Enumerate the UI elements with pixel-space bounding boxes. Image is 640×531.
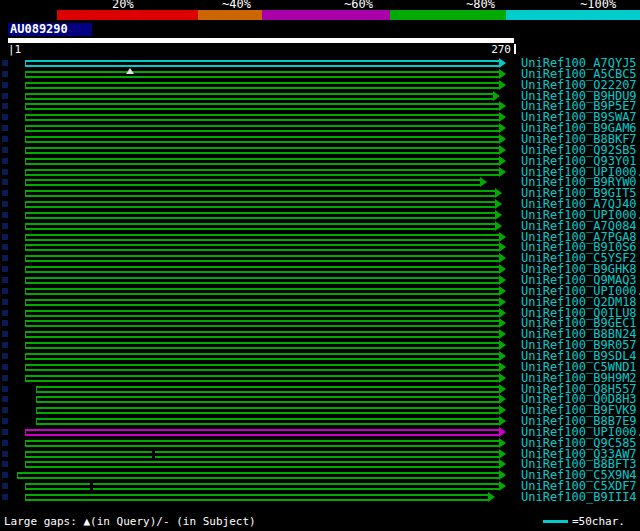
hit-bar-arrowhead-icon	[499, 318, 506, 328]
hit-bar-arrowhead-icon	[499, 308, 506, 318]
row-index-mark	[2, 386, 8, 392]
row-index-mark	[2, 429, 8, 435]
hit-bar-arrowhead-icon	[499, 394, 506, 404]
hit-bar[interactable]	[25, 93, 493, 100]
hit-bar-arrowhead-icon	[499, 80, 506, 90]
scale-key-labels: 20%~40%~60%~80%~100%	[0, 0, 640, 10]
scale-line-icon	[543, 520, 568, 523]
hit-bar-arrowhead-icon	[499, 145, 506, 155]
hit-bar[interactable]	[25, 451, 499, 458]
hit-bar[interactable]	[25, 103, 499, 110]
row-index-mark	[2, 461, 8, 467]
hit-bar-arrowhead-icon	[499, 438, 506, 448]
hit-bar-arrowhead-icon	[495, 210, 502, 220]
hit-bar[interactable]	[25, 342, 499, 349]
row-index-mark	[2, 375, 8, 381]
hit-bar[interactable]	[25, 255, 499, 262]
scale-key-label: ~80%	[466, 0, 495, 10]
hit-bar[interactable]	[25, 288, 499, 295]
hit-bar-arrowhead-icon	[499, 362, 506, 372]
hit-bar[interactable]	[25, 223, 495, 230]
row-index-mark	[2, 255, 8, 261]
hit-bar[interactable]	[25, 353, 499, 360]
hit-bar[interactable]	[36, 386, 499, 393]
hit-bar[interactable]	[36, 407, 499, 414]
hit-bar[interactable]	[36, 396, 499, 403]
row-index-mark	[2, 342, 8, 348]
hit-bar[interactable]	[25, 461, 499, 468]
hit-bar-arrowhead-icon	[493, 91, 500, 101]
row-index-mark	[2, 277, 8, 283]
hit-bar-arrowhead-icon	[499, 373, 506, 383]
query-name[interactable]: AU089290	[8, 23, 92, 36]
hit-bar[interactable]	[25, 82, 499, 89]
hit-bar[interactable]	[25, 277, 499, 284]
hit-bar-arrowhead-icon	[499, 405, 506, 415]
hit-bar-arrowhead-icon	[499, 134, 506, 144]
scale-key-segment	[198, 10, 262, 20]
row-index-mark	[2, 299, 8, 305]
hit-bar[interactable]	[25, 331, 499, 338]
alignment-rows: UniRef100_A7QYJ5UniRef100_A5CBC5UniRef10…	[0, 58, 640, 508]
scale-key-label: ~60%	[344, 0, 373, 10]
hit-bar[interactable]	[25, 483, 499, 490]
row-index-mark	[2, 93, 8, 99]
hit-bar-arrowhead-icon	[499, 470, 506, 480]
hit-bar[interactable]	[25, 125, 499, 132]
hit-bar[interactable]	[25, 375, 499, 382]
hit-bar[interactable]	[25, 71, 499, 78]
hit-bar[interactable]	[25, 212, 495, 219]
alignment-overview-screen: 20%~40%~60%~80%~100% AU089290 |1 270 Uni…	[0, 0, 640, 531]
hit-bar[interactable]	[25, 147, 499, 154]
hit-bar[interactable]	[25, 310, 499, 317]
scale-key-segment	[390, 10, 506, 20]
query-gap-marker-icon	[126, 68, 134, 74]
hit-bar[interactable]	[25, 179, 480, 186]
hit-bar-arrowhead-icon	[499, 286, 506, 296]
hit-bar[interactable]	[25, 114, 499, 121]
hit-bar-arrowhead-icon	[499, 459, 506, 469]
hit-bar[interactable]	[25, 158, 499, 165]
row-index-mark	[2, 451, 8, 457]
hit-bar-arrowhead-icon	[499, 112, 506, 122]
row-index-mark	[2, 418, 8, 424]
hit-bar-arrowhead-icon	[499, 329, 506, 339]
row-index-mark	[2, 244, 8, 250]
hit-bar-arrowhead-icon	[499, 264, 506, 274]
scale-key-segment	[0, 10, 57, 20]
hit-bar[interactable]	[25, 494, 488, 501]
hit-bar[interactable]	[25, 266, 499, 273]
hit-bar[interactable]	[25, 299, 499, 306]
row-index-mark	[2, 190, 8, 196]
query-ruler-bar	[8, 38, 514, 43]
hit-bar[interactable]	[25, 244, 499, 251]
hit-bar[interactable]	[25, 440, 499, 447]
hit-bar[interactable]	[25, 234, 499, 241]
hit-bar-arrowhead-icon	[499, 253, 506, 263]
hit-bar-arrowhead-icon	[499, 58, 506, 68]
hit-bar[interactable]	[25, 429, 499, 436]
hit-bar[interactable]	[25, 201, 495, 208]
hit-bar[interactable]	[25, 320, 499, 327]
scale-unit-label: =50char.	[572, 515, 625, 528]
hit-bar[interactable]	[36, 418, 499, 425]
row-index-mark	[2, 71, 8, 77]
row-index-mark	[2, 310, 8, 316]
hit-bar[interactable]	[25, 364, 499, 371]
hit-bar[interactable]	[25, 190, 495, 197]
hit-bar-arrowhead-icon	[499, 69, 506, 79]
hit-label[interactable]: UniRef100_B9III4	[521, 492, 637, 503]
scale-key-label: ~100%	[580, 0, 616, 10]
hit-bar-arrowhead-icon	[499, 275, 506, 285]
hit-bar[interactable]	[25, 60, 499, 67]
row-index-mark	[2, 440, 8, 446]
hit-bar-arrowhead-icon	[499, 167, 506, 177]
query-ruler-labels: |1 270	[8, 44, 516, 56]
hit-bar-arrowhead-icon	[499, 101, 506, 111]
hit-bar[interactable]	[17, 472, 499, 479]
row-index-mark	[2, 234, 8, 240]
row-index-mark	[2, 169, 8, 175]
hit-bar[interactable]	[25, 169, 499, 176]
hit-bar[interactable]	[25, 136, 499, 143]
scale-key-label: ~40%	[222, 0, 251, 10]
